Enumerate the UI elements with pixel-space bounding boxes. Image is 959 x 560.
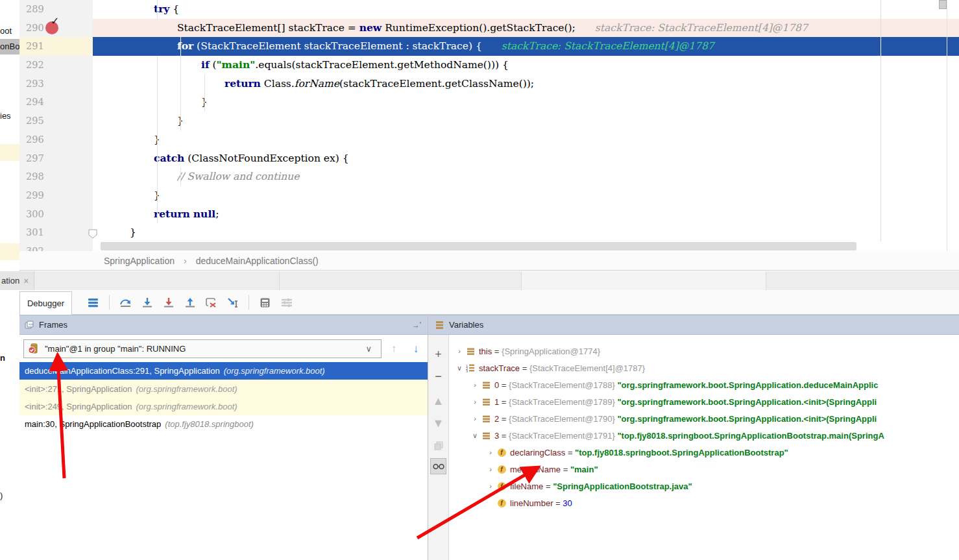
variable-row-2[interactable]: ›2 = {StackTraceElement@1790} "org.sprin… bbox=[449, 410, 959, 427]
object-icon bbox=[480, 415, 492, 423]
dock-icon[interactable]: →' bbox=[412, 321, 421, 330]
add-watch-button[interactable]: + bbox=[430, 347, 446, 363]
chevron-collapsed-icon[interactable]: › bbox=[485, 465, 496, 473]
step-over-button[interactable] bbox=[118, 295, 133, 310]
fold-column bbox=[93, 93, 103, 112]
editor-vscrollbar-thumb[interactable] bbox=[939, 0, 947, 9]
tabbar-separator bbox=[521, 271, 522, 290]
move-up-button[interactable]: ▲ bbox=[430, 393, 446, 409]
run-to-cursor-button[interactable] bbox=[225, 295, 240, 310]
chevron-collapsed-icon[interactable]: › bbox=[485, 448, 496, 456]
show-watches-button[interactable] bbox=[430, 458, 446, 474]
project-tree-item[interactable]: oot bbox=[0, 23, 19, 39]
line-number: 297 bbox=[19, 149, 93, 168]
show-execution-point-button[interactable] bbox=[86, 295, 101, 310]
chevron-collapsed-icon[interactable]: › bbox=[470, 398, 480, 406]
chevron-collapsed-icon[interactable]: › bbox=[470, 415, 480, 422]
frames-list: deduceMainApplicationClass:291, SpringAp… bbox=[19, 362, 428, 433]
variable-row-0[interactable]: ›0 = {StackTraceElement@1788} "org.sprin… bbox=[449, 376, 959, 393]
move-down-button[interactable]: ▼ bbox=[430, 415, 446, 432]
thread-selector[interactable]: "main"@1 in group "main": RUNNING ∨ bbox=[23, 339, 382, 358]
variable-row-3[interactable]: ∨3 = {StackTraceElement@1791} "top.fjy80… bbox=[449, 427, 959, 444]
code-line-292[interactable]: 292if ("main".equals(stackTraceElement.g… bbox=[19, 56, 959, 75]
code-token: (ClassNotFoundException ex) { bbox=[184, 152, 348, 164]
variable-row-stackTrace[interactable]: ∨123stackTrace = {StackTraceElement[4]@1… bbox=[449, 359, 959, 376]
remove-watch-button[interactable]: − bbox=[430, 369, 446, 385]
code-token: .equals(stackTraceElement.getMethodName(… bbox=[255, 59, 508, 71]
variable-row-methodName[interactable]: ›fmethodName = "main" bbox=[449, 461, 959, 478]
chevron-down-icon[interactable]: ∨ bbox=[365, 344, 372, 354]
variable-name: 1 bbox=[494, 397, 499, 407]
equals-sign: = bbox=[499, 380, 509, 390]
code-line-300[interactable]: 300return null; bbox=[19, 205, 959, 224]
field-icon: f bbox=[496, 499, 507, 507]
stack-frame-row[interactable]: <init>:271, SpringApplication(org.spring… bbox=[19, 380, 428, 397]
variable-string-preview: "top.fjy8018.springboot.SpringApplicatio… bbox=[617, 431, 884, 441]
stack-frame-row[interactable]: deduceMainApplicationClass:291, SpringAp… bbox=[19, 362, 428, 380]
step-into-button[interactable] bbox=[140, 295, 154, 310]
code-line-290[interactable]: 290✓StackTraceElement[] stackTrace = new… bbox=[19, 19, 959, 38]
code-token: forName bbox=[295, 78, 339, 90]
project-tree-item[interactable]: ) bbox=[0, 488, 19, 504]
code-line-294[interactable]: 294} bbox=[19, 93, 959, 112]
project-tree-item[interactable]: ies bbox=[0, 108, 19, 124]
project-tree-item[interactable]: onBoot bbox=[0, 39, 19, 55]
code-text: } bbox=[103, 186, 959, 205]
layout-settings-button[interactable] bbox=[279, 295, 294, 310]
breadcrumb-class[interactable]: SpringApplication bbox=[104, 256, 175, 266]
code-line-293[interactable]: 293return Class.forName(stackTraceElemen… bbox=[19, 75, 959, 93]
line-number: 292 bbox=[19, 56, 93, 75]
frames-panel-title: Frames bbox=[39, 320, 67, 330]
object-icon bbox=[480, 432, 492, 440]
variable-row-this[interactable]: ›this = {SpringApplication@1774} bbox=[449, 343, 959, 359]
close-icon[interactable]: × bbox=[23, 276, 29, 286]
breadcrumb-method[interactable]: deduceMainApplicationClass() bbox=[196, 256, 319, 266]
chevron-collapsed-icon[interactable]: › bbox=[454, 347, 465, 355]
code-line-297[interactable]: 297catch (ClassNotFoundException ex) { bbox=[19, 149, 959, 168]
fold-end-marker-icon[interactable] bbox=[88, 227, 97, 237]
force-step-into-button[interactable] bbox=[161, 295, 176, 310]
stack-frame-row[interactable]: <init>:249, SpringApplication(org.spring… bbox=[19, 398, 428, 415]
code-text: } bbox=[103, 112, 959, 130]
code-token: ; bbox=[215, 208, 219, 220]
chevron-expanded-icon[interactable]: ∨ bbox=[454, 364, 465, 372]
variable-row-1[interactable]: ›1 = {StackTraceElement@1789} "org.sprin… bbox=[449, 393, 959, 410]
drop-frame-button[interactable] bbox=[204, 295, 219, 310]
chevron-collapsed-icon[interactable]: › bbox=[485, 482, 496, 490]
duplicate-watch-button[interactable] bbox=[430, 437, 446, 454]
editor-hscrollbar-thumb[interactable] bbox=[101, 242, 856, 250]
variable-row-lineNumber[interactable]: flineNumber = 30 bbox=[449, 494, 959, 511]
variable-row-declaringClass[interactable]: ›fdeclaringClass = "top.fjy8018.springbo… bbox=[449, 444, 959, 461]
variable-name: 0 bbox=[494, 380, 499, 390]
indent-guide bbox=[180, 56, 181, 130]
previous-frame-button[interactable]: ↑ bbox=[385, 341, 402, 358]
tab-application[interactable]: ation × bbox=[0, 271, 34, 290]
toolbar-separator bbox=[109, 295, 110, 310]
next-frame-button[interactable]: ↓ bbox=[407, 341, 424, 358]
tab-debugger[interactable]: Debugger bbox=[19, 291, 72, 315]
stack-frame-row[interactable]: main:30, SpringApplicationBootstrap(top.… bbox=[19, 415, 428, 433]
equals-sign: = bbox=[499, 431, 509, 441]
fold-column bbox=[93, 167, 103, 186]
breadcrumb-separator-icon: › bbox=[184, 256, 187, 266]
code-line-296[interactable]: 296} bbox=[19, 130, 959, 149]
chevron-expanded-icon[interactable]: ∨ bbox=[470, 432, 480, 440]
fold-column bbox=[93, 19, 103, 38]
code-line-289[interactable]: 289try { bbox=[19, 0, 959, 19]
equals-sign: = bbox=[499, 414, 509, 424]
project-tree-item[interactable]: n bbox=[0, 350, 19, 366]
code-line-299[interactable]: 299} bbox=[19, 186, 959, 205]
line-number: 299 bbox=[19, 186, 93, 205]
chevron-collapsed-icon[interactable]: › bbox=[470, 381, 480, 389]
code-line-301[interactable]: 301} bbox=[19, 223, 959, 242]
code-line-298[interactable]: 298// Swallow and continue bbox=[19, 167, 959, 186]
variable-row-fileName[interactable]: ›ffileName = "SpringApplicationBootstrap… bbox=[449, 478, 959, 494]
evaluate-expression-button[interactable] bbox=[258, 295, 273, 310]
code-line-295[interactable]: 295} bbox=[19, 112, 959, 130]
code-editor[interactable]: 289try {290✓StackTraceElement[] stackTra… bbox=[19, 0, 959, 251]
code-line-291[interactable]: 291for (StackTraceElement stackTraceElem… bbox=[19, 37, 959, 56]
variable-value: {StackTraceElement@1788} bbox=[509, 380, 617, 390]
field-icon: f bbox=[498, 448, 506, 457]
code-token: StackTraceElement[] stackTrace = bbox=[177, 22, 359, 34]
step-out-button[interactable] bbox=[182, 295, 197, 310]
